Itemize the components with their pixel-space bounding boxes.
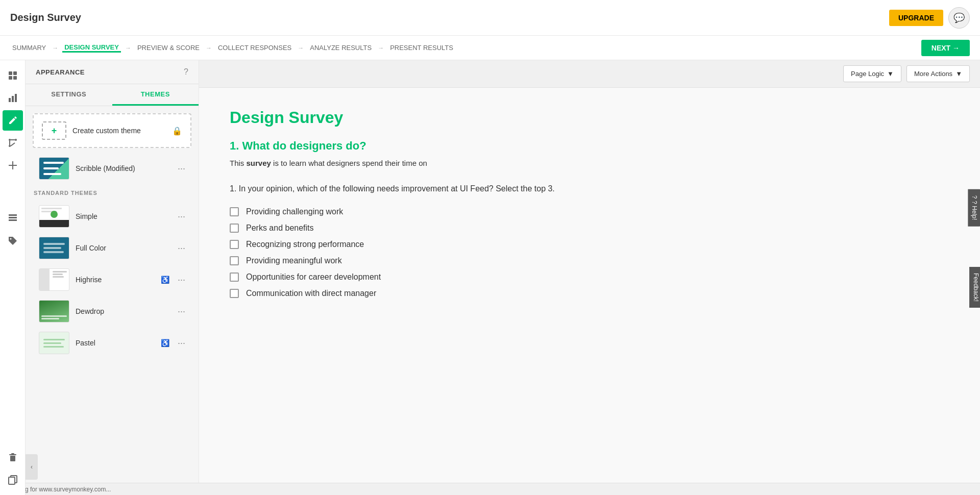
left-panel: APPEARANCE ? SETTINGS THEMES + Create cu… bbox=[26, 60, 199, 495]
choice-label-1: Providing challenging work bbox=[246, 207, 343, 216]
help-icon-btn: ? bbox=[971, 195, 978, 199]
appearance-title: APPEARANCE bbox=[36, 68, 85, 76]
svg-rect-17 bbox=[9, 219, 17, 221]
svg-rect-21 bbox=[11, 453, 14, 454]
survey-area: Design Survey 1. What do designers do? T… bbox=[199, 88, 658, 318]
svg-rect-14 bbox=[9, 165, 17, 166]
help-icon[interactable]: ? bbox=[184, 67, 188, 77]
upgrade-button[interactable]: UPGRADE bbox=[889, 10, 943, 26]
sidebar-item-add[interactable] bbox=[3, 155, 23, 176]
sidebar-item-chart[interactable] bbox=[3, 88, 23, 108]
choice-label-2: Perks and benefits bbox=[246, 224, 314, 233]
sidebar-item-trash[interactable] bbox=[3, 447, 23, 467]
content-toolbar: Page Logic ▼ More Actions ▼ bbox=[199, 60, 980, 88]
theme-more-highrise[interactable]: ··· bbox=[178, 275, 185, 285]
sidebar-item-home[interactable] bbox=[3, 65, 23, 86]
standard-themes-label: STANDARD THEMES bbox=[26, 185, 199, 200]
chevron-down-icon: ▼ bbox=[887, 70, 894, 78]
app-title: Design Survey bbox=[10, 12, 81, 23]
top-bar-left: Design Survey bbox=[10, 12, 81, 23]
choice-checkbox-5[interactable] bbox=[230, 273, 239, 282]
sidebar-item-tag[interactable] bbox=[3, 231, 23, 251]
sidebar-item-design[interactable] bbox=[3, 110, 23, 131]
nav-arrow-5: → bbox=[378, 44, 384, 52]
nav-arrow-3: → bbox=[206, 44, 212, 52]
collapse-panel-btn[interactable]: ‹ bbox=[26, 454, 38, 480]
theme-thumbnail-simple bbox=[39, 205, 69, 228]
svg-point-7 bbox=[9, 139, 11, 141]
nav-step-preview[interactable]: PREVIEW & SCORE bbox=[135, 44, 202, 52]
tab-settings[interactable]: SETTINGS bbox=[26, 84, 112, 106]
choice-list: Providing challenging work Perks and ben… bbox=[230, 207, 628, 298]
theme-name-pastel: Pastel bbox=[76, 339, 155, 347]
choice-checkbox-6[interactable] bbox=[230, 289, 239, 298]
help-button[interactable]: ? ? Help! bbox=[968, 189, 980, 227]
svg-line-12 bbox=[11, 143, 15, 146]
choice-checkbox-2[interactable] bbox=[230, 224, 239, 233]
create-custom-theme-btn[interactable]: + Create custom theme 🔒 bbox=[33, 113, 191, 148]
main-layout: APPEARANCE ? SETTINGS THEMES + Create cu… bbox=[0, 60, 980, 495]
next-button[interactable]: NEXT → bbox=[921, 40, 970, 56]
theme-name-fullcolor: Full Color bbox=[76, 244, 172, 252]
theme-item-scribble[interactable]: Scribble (Modified) ··· bbox=[31, 153, 193, 184]
accessibility-icon-highrise: ♿ bbox=[161, 276, 169, 284]
theme-more-pastel[interactable]: ··· bbox=[178, 338, 185, 349]
choice-label-5: Opportunities for career development bbox=[246, 273, 381, 282]
tab-themes[interactable]: THEMES bbox=[112, 84, 199, 106]
theme-item-dewdrop[interactable]: Dewdrop ··· bbox=[31, 296, 193, 327]
theme-name-scribble: Scribble (Modified) bbox=[76, 164, 172, 172]
sidebar-item-logic[interactable] bbox=[3, 133, 23, 153]
page-logic-button[interactable]: Page Logic ▼ bbox=[843, 65, 901, 82]
theme-more-fullcolor[interactable]: ··· bbox=[178, 243, 185, 254]
svg-rect-23 bbox=[9, 477, 15, 484]
question-title: 1. What do designers do? bbox=[230, 139, 628, 153]
svg-rect-19 bbox=[10, 456, 15, 461]
question-text: 1. In your opinion, which of the followi… bbox=[230, 183, 628, 195]
theme-name-dewdrop: Dewdrop bbox=[76, 307, 172, 315]
nav-arrow-1: → bbox=[52, 44, 58, 52]
theme-name-simple: Simple bbox=[76, 212, 172, 220]
theme-list: + Create custom theme 🔒 Scribble (Modifi… bbox=[26, 106, 199, 495]
theme-item-simple[interactable]: Simple ··· bbox=[31, 201, 193, 232]
choice-checkbox-1[interactable] bbox=[230, 207, 239, 216]
feedback-button[interactable]: Feedback! bbox=[969, 267, 980, 308]
theme-item-fullcolor[interactable]: Full Color ··· bbox=[31, 233, 193, 263]
accessibility-icon-pastel: ♿ bbox=[161, 339, 169, 347]
theme-more-scribble[interactable]: ··· bbox=[178, 163, 185, 174]
create-custom-label: Create custom theme bbox=[72, 127, 141, 135]
choice-checkbox-3[interactable] bbox=[230, 240, 239, 249]
create-plus-icon: + bbox=[42, 121, 66, 140]
status-bar: Waiting for www.surveymonkey.com... bbox=[0, 483, 980, 495]
svg-rect-2 bbox=[9, 76, 12, 80]
choice-label-6: Communication with direct manager bbox=[246, 289, 376, 298]
choice-label-3: Recognizing strong performance bbox=[246, 240, 364, 249]
theme-thumbnail-dewdrop bbox=[39, 300, 69, 323]
choice-checkbox-4[interactable] bbox=[230, 256, 239, 265]
nav-step-summary[interactable]: SUMMARY bbox=[10, 44, 48, 52]
theme-more-simple[interactable]: ··· bbox=[178, 211, 185, 222]
top-bar-right: UPGRADE 💬 bbox=[889, 7, 970, 29]
theme-item-highrise[interactable]: Highrise ♿ ··· bbox=[31, 264, 193, 295]
collapse-arrow: ‹ bbox=[31, 463, 33, 471]
more-actions-button[interactable]: More Actions ▼ bbox=[906, 65, 970, 82]
nav-step-present[interactable]: PRESENT RESULTS bbox=[388, 44, 455, 52]
nav-step-analyze[interactable]: ANALYZE RESULTS bbox=[308, 44, 374, 52]
choice-item-5: Opportunities for career development bbox=[230, 273, 628, 282]
nav-step-collect[interactable]: COLLECT RESPONSES bbox=[216, 44, 293, 52]
theme-more-dewdrop[interactable]: ··· bbox=[178, 306, 185, 317]
sidebar-item-copy[interactable] bbox=[3, 469, 23, 490]
choice-item-6: Communication with direct manager bbox=[230, 289, 628, 298]
theme-item-pastel[interactable]: Pastel ♿ ··· bbox=[31, 328, 193, 358]
lock-icon: 🔒 bbox=[172, 126, 182, 136]
theme-thumbnail-pastel bbox=[39, 332, 69, 354]
choice-label-4: Providing meaningful work bbox=[246, 256, 342, 265]
chevron-down-icon-2: ▼ bbox=[955, 70, 962, 78]
choice-item-4: Providing meaningful work bbox=[230, 256, 628, 265]
choice-item-3: Recognizing strong performance bbox=[230, 240, 628, 249]
svg-rect-20 bbox=[9, 454, 16, 455]
svg-rect-6 bbox=[15, 94, 17, 102]
svg-point-18 bbox=[10, 238, 11, 240]
nav-step-design[interactable]: DESIGN SURVEY bbox=[62, 43, 121, 53]
sidebar-item-grid[interactable] bbox=[3, 208, 23, 229]
chat-button[interactable]: 💬 bbox=[948, 7, 970, 29]
